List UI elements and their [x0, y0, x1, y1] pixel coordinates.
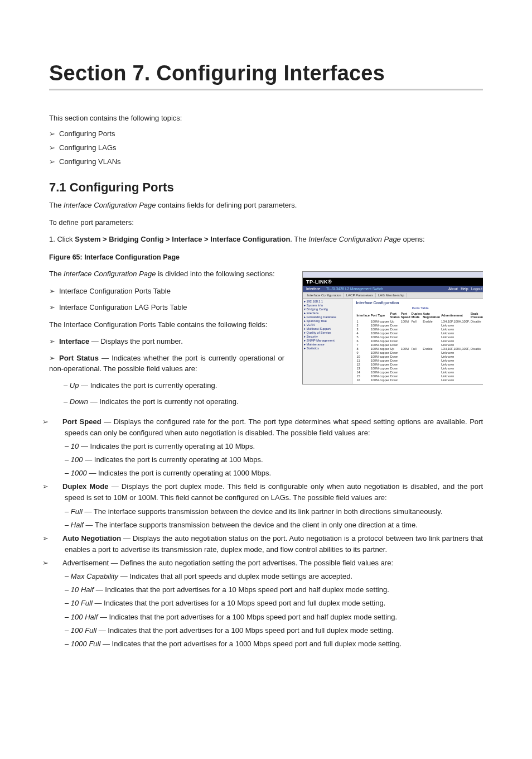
figure-table-row: 7100M-copperDownUnknown	[356, 343, 483, 347]
paragraph: The Interface Configuration Ports Table …	[49, 319, 284, 330]
figure-table-cell: Unknown	[441, 370, 470, 374]
figure-table-cell: Down	[390, 323, 400, 327]
field-value: Down	[70, 397, 88, 406]
figure-table-cell: Enable	[422, 347, 441, 350]
figure-table-cell: Unknown	[441, 366, 470, 370]
topic-item: ➢Configuring VLANs	[49, 157, 483, 166]
figure-table-cell	[411, 374, 423, 378]
figure-table-cell: 100M-copper	[370, 347, 390, 350]
figure-table-cell: Down	[390, 370, 400, 374]
page-title: Section 7. Configuring Interfaces	[49, 61, 483, 85]
figure-table-cell	[422, 331, 441, 335]
figure-table-row: 11100M-copperDownUnknown	[356, 358, 483, 362]
figure-table-cell	[470, 362, 483, 366]
figure-tree-item: ▸ System Info	[304, 304, 351, 308]
field-value-desc: — Indicates that the port advertises for…	[94, 585, 389, 594]
figure-table-cell: 11	[356, 358, 370, 362]
figure-table-cell	[400, 362, 411, 366]
figure-tree-item: ▸ Maintenance	[304, 343, 351, 347]
figure-tree-item: ▸ Statistics	[304, 347, 351, 350]
figure-table-cell: Unknown	[441, 350, 470, 354]
figure-table-cell: 100M	[400, 319, 411, 323]
field-value-desc: — Indicates that the port advertises for…	[93, 599, 385, 607]
figure-table-cell	[470, 358, 483, 362]
figure-table-cell	[422, 339, 441, 343]
figure-table-cell: Unknown	[441, 327, 470, 331]
figure-product: TL-SL3428 L2 Management Switch	[326, 287, 383, 291]
figure-table-cell: 16	[356, 378, 370, 382]
figure-table-cell	[400, 378, 411, 382]
figure-table-cell	[422, 362, 441, 366]
topic-label: Configuring LAGs	[59, 143, 117, 152]
figure-table-cell: Down	[390, 378, 400, 382]
figure-table-cell: Unknown	[441, 362, 470, 366]
figure-table-cell: 10H,10F,100H,100F,	[441, 347, 470, 350]
figure-tree-item: ▸ Quality of Service	[304, 331, 351, 335]
field-value-desc: — Indicates that the port advertises for…	[100, 640, 402, 648]
step-prefix: 1. Click	[49, 235, 75, 243]
figure-table-cell: 100M-copper	[370, 319, 390, 323]
figure-table-row: 4100M-copperDownUnknown	[356, 331, 483, 335]
figure-table-row: 12100M-copperDownUnknown	[356, 362, 483, 366]
figure-table-cell: Disable	[470, 319, 483, 323]
figure-table-cell: 100M-copper	[370, 354, 390, 358]
figure-ports-table: InterfacePort TypePort StatusPort SpeedD…	[356, 311, 483, 382]
page-title-band: Section 7. Configuring Interfaces	[49, 61, 483, 90]
figure-tree-item: ▸ Spanning Tree	[304, 319, 351, 323]
field-value: 10	[71, 442, 79, 450]
field-desc: — Displays the port duplex mode. This fi…	[65, 482, 483, 502]
figure-table-cell	[411, 323, 423, 327]
figure-ports-table-link: Ports Table	[356, 306, 483, 310]
field-value-desc: — The interface supports transmission be…	[83, 507, 443, 516]
text: . The	[290, 235, 308, 243]
figure-tree-item: ▸ VLAN	[304, 323, 351, 327]
figure-table-row: 10100M-copperDownUnknown	[356, 354, 483, 358]
figure-table-cell	[422, 378, 441, 382]
figure-table-cell: 100M-copper	[370, 343, 390, 347]
figure-table-cell: Down	[390, 339, 400, 343]
figure-table-cell: Unknown	[441, 378, 470, 382]
full-width-body: ➢Port Speed — Displays the configured ra…	[49, 416, 483, 650]
topic-label: Configuring Ports	[59, 129, 115, 138]
field-desc: — Displays the port number.	[89, 337, 183, 345]
figure-table-cell: 100M-copper	[370, 366, 390, 370]
figure-table-cell	[422, 327, 441, 331]
figure-table-cell	[400, 335, 411, 339]
field-value: 1000	[71, 469, 87, 477]
figure-table-cell	[470, 378, 483, 382]
figure-table-cell: 100M-copper	[370, 358, 390, 362]
figure-table-header: Port Speed	[400, 311, 411, 319]
figure-table-cell: Down	[390, 327, 400, 331]
field-value: 100	[71, 455, 83, 464]
figure-table-cell	[400, 343, 411, 347]
figure-table-cell	[470, 339, 483, 343]
paragraph: To define port parameters:	[49, 218, 483, 228]
figure-table-cell	[400, 358, 411, 362]
figure-table-cell: Full	[411, 347, 423, 350]
field-desc: — Displays the auto negotiation status o…	[65, 534, 483, 554]
figure-table-cell: 100M-copper	[370, 362, 390, 366]
figure-table-cell	[422, 374, 441, 378]
figure-table-cell	[470, 370, 483, 374]
field-label: Port Status	[59, 354, 99, 362]
figure-table-cell	[400, 370, 411, 374]
figure-table-cell: Down	[390, 366, 400, 370]
step-item: 1. Click System > Bridging Config > Inte…	[49, 234, 483, 244]
emphasis: Interface Configuration Page	[64, 201, 156, 209]
section-heading: 7.1 Configuring Ports	[49, 180, 483, 195]
figure-table-cell	[411, 358, 423, 362]
figure-table-header: Interface	[356, 311, 370, 319]
figure-table-cell	[411, 327, 423, 331]
figure-table-cell: 3	[356, 327, 370, 331]
figure-table-header: Duplex Mode	[411, 311, 423, 319]
figure-table-cell	[422, 335, 441, 339]
figure-table-cell: 100M-copper	[370, 323, 390, 327]
field-label: Duplex Mode	[62, 482, 108, 491]
field-desc: Advertisement — Defines the auto negotia…	[62, 559, 393, 567]
figure-table-row: 6100M-copperDownUnknown	[356, 339, 483, 343]
figure-table-row: 16100M-copperDownUnknown	[356, 378, 483, 382]
figure-table-cell	[411, 354, 423, 358]
figure-table-row: 2100M-copperDownUnknown	[356, 323, 483, 327]
figure-table-cell	[400, 339, 411, 343]
figure-table-cell: 9	[356, 350, 370, 354]
